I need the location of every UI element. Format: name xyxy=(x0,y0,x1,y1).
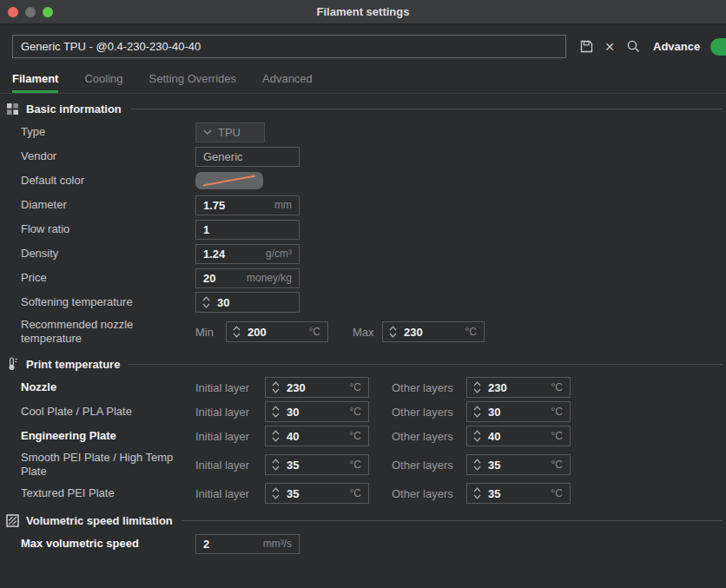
flow-ratio-field[interactable]: 1 xyxy=(195,220,300,240)
tab-cooling[interactable]: Cooling xyxy=(84,66,122,93)
unit-label: °C xyxy=(551,381,563,393)
smooth-pei-initial-layer-field[interactable]: 35 °C xyxy=(265,454,369,475)
thermometer-icon xyxy=(5,357,19,371)
spinner-control xyxy=(472,459,483,471)
spinner-control xyxy=(270,430,281,442)
spin-up-button[interactable] xyxy=(202,296,210,301)
spin-down-button[interactable] xyxy=(272,388,280,393)
section-divider xyxy=(130,109,723,109)
nozzle-initial-layer-field[interactable]: 230 °C xyxy=(265,377,369,398)
nozzle-other-layers-field[interactable]: 230 °C xyxy=(466,377,571,398)
spin-up-button[interactable] xyxy=(473,406,481,411)
spinner-control xyxy=(231,326,242,338)
unit-label: °C xyxy=(350,430,361,442)
default-color-swatch[interactable] xyxy=(195,172,263,189)
section-divider xyxy=(182,520,723,521)
row-label: Engineering Plate xyxy=(21,429,195,443)
type-dropdown[interactable]: TPU xyxy=(195,122,265,142)
cool-plate-initial-layer-field[interactable]: 30 °C xyxy=(265,401,369,422)
section-title: Basic information xyxy=(26,102,122,116)
zoom-window-button[interactable] xyxy=(43,7,53,17)
preset-toolbar: ✕ Advance xyxy=(0,24,726,58)
nozzle-temp-max-field[interactable]: 230 °C xyxy=(382,321,485,342)
smooth-pei-other-layers-field[interactable]: 35 °C xyxy=(466,454,571,475)
textured-pei-initial-layer-field[interactable]: 35 °C xyxy=(265,483,369,504)
spin-up-button[interactable] xyxy=(389,326,397,331)
close-window-button[interactable] xyxy=(8,7,18,17)
nozzle-temp-min-field[interactable]: 200 °C xyxy=(226,321,328,342)
diagonal-line-icon xyxy=(195,172,263,189)
save-preset-button[interactable] xyxy=(577,37,596,56)
row-label: Softening temperature xyxy=(21,295,195,309)
unit-label: mm xyxy=(274,199,292,211)
spin-down-button[interactable] xyxy=(272,494,280,499)
spin-up-button[interactable] xyxy=(272,459,280,464)
spin-down-button[interactable] xyxy=(473,494,481,499)
toolbar-icons: ✕ Advance xyxy=(577,37,726,56)
unit-label: °C xyxy=(551,459,563,471)
search-settings-button[interactable] xyxy=(624,37,643,56)
other-layers-label: Other layers xyxy=(392,487,466,500)
row-softening-temperature: Softening temperature 30 xyxy=(0,290,726,314)
row-density: Density 1.24 g/cm³ xyxy=(0,241,726,266)
row-label: Type xyxy=(21,125,195,139)
spin-down-button[interactable] xyxy=(473,466,481,471)
textured-pei-other-layers-field[interactable]: 35 °C xyxy=(466,483,571,504)
other-layers-label: Other layers xyxy=(392,430,466,443)
spin-down-button[interactable] xyxy=(272,413,280,418)
spin-up-button[interactable] xyxy=(473,381,481,386)
engineering-plate-other-layers-field[interactable]: 40 °C xyxy=(466,426,571,446)
unit-label: °C xyxy=(350,487,361,499)
min-label: Min xyxy=(195,326,226,339)
type-value: TPU xyxy=(218,126,241,139)
row-label: Price xyxy=(21,271,195,285)
row-label: Smooth PEI Plate / High Temp Plate xyxy=(21,451,195,478)
spin-down-button[interactable] xyxy=(202,303,210,308)
spin-up-button[interactable] xyxy=(233,326,241,331)
spin-up-button[interactable] xyxy=(473,430,481,435)
tab-setting-overrides[interactable]: Setting Overrides xyxy=(149,66,236,93)
section-divider xyxy=(129,364,723,365)
row-textured-pei-plate: Textured PEI Plate Initial layer 35 °C O… xyxy=(0,481,726,505)
section-volumetric-speed-limitation: Volumetric speed limitation xyxy=(0,505,726,532)
row-vendor: Vendor Generic xyxy=(0,144,726,168)
section-print-temperature: Print temperature xyxy=(0,349,726,375)
advance-mode-toggle[interactable] xyxy=(710,38,726,56)
spin-down-button[interactable] xyxy=(473,388,481,393)
delete-preset-button[interactable]: ✕ xyxy=(600,37,619,56)
vendor-field[interactable]: Generic xyxy=(195,147,300,167)
row-nozzle: Nozzle Initial layer 230 °C Other layers… xyxy=(0,375,726,400)
spin-up-button[interactable] xyxy=(272,487,280,492)
price-field[interactable]: 20 money/kg xyxy=(195,268,300,288)
hatched-square-icon xyxy=(5,513,19,527)
cool-plate-other-layers-field[interactable]: 30 °C xyxy=(466,401,571,422)
unit-label: °C xyxy=(309,326,320,338)
spin-down-button[interactable] xyxy=(473,413,481,418)
unit-label: °C xyxy=(350,381,361,393)
spin-up-button[interactable] xyxy=(272,430,280,435)
spin-down-button[interactable] xyxy=(272,437,280,442)
unit-label: °C xyxy=(551,406,563,418)
spin-up-button[interactable] xyxy=(272,406,280,411)
spin-down-button[interactable] xyxy=(233,333,241,338)
spinner-control xyxy=(472,430,483,442)
spin-down-button[interactable] xyxy=(272,466,280,471)
minimize-window-button[interactable] xyxy=(25,7,36,17)
unit-label: °C xyxy=(551,487,563,499)
initial-layer-label: Initial layer xyxy=(195,430,265,443)
spin-up-button[interactable] xyxy=(473,459,481,464)
spin-down-button[interactable] xyxy=(389,333,397,338)
engineering-plate-initial-layer-field[interactable]: 40 °C xyxy=(265,426,369,446)
unit-label: money/kg xyxy=(247,272,292,284)
spin-down-button[interactable] xyxy=(473,437,481,442)
window-title: Filament settings xyxy=(317,5,410,18)
preset-name-input[interactable] xyxy=(12,35,566,58)
softening-temperature-field[interactable]: 30 xyxy=(195,292,300,313)
spin-up-button[interactable] xyxy=(272,381,280,386)
diameter-field[interactable]: 1.75 mm xyxy=(195,195,300,215)
density-field[interactable]: 1.24 g/cm³ xyxy=(195,244,300,264)
tab-advanced[interactable]: Advanced xyxy=(262,66,313,93)
spin-up-button[interactable] xyxy=(473,487,481,492)
max-volumetric-speed-field[interactable]: 2 mm³/s xyxy=(195,534,300,554)
tab-filament[interactable]: Filament xyxy=(12,66,58,93)
